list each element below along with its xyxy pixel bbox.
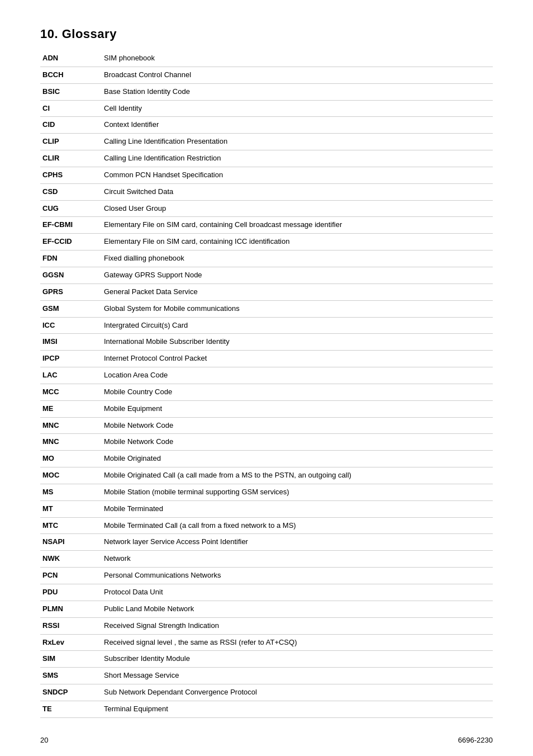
glossary-definition: International Mobile Subscriber Identity (102, 334, 493, 351)
table-row: BCCHBroadcast Control Channel (40, 67, 493, 83)
glossary-abbr: BCCH (40, 67, 102, 83)
glossary-abbr: CSD (40, 183, 102, 200)
table-row: NWKNetwork (40, 551, 493, 568)
glossary-definition: Intergrated Circuit(s) Card (102, 317, 493, 334)
table-row: PDUProtocol Data Unit (40, 584, 493, 601)
glossary-abbr: BSIC (40, 83, 102, 100)
glossary-abbr: MCC (40, 384, 102, 400)
glossary-definition: Cell Identity (102, 100, 493, 117)
glossary-definition: Mobile Terminated (102, 500, 493, 517)
glossary-definition: Elementary File on SIM card, containing … (102, 234, 493, 251)
table-row: IMSIInternational Mobile Subscriber Iden… (40, 334, 493, 351)
doc-id: 6696-2230 (458, 736, 493, 744)
glossary-abbr: EF-CCID (40, 234, 102, 251)
glossary-definition: Protocol Data Unit (102, 584, 493, 601)
glossary-abbr: MTC (40, 517, 102, 534)
glossary-definition: Mobile Country Code (102, 384, 493, 400)
table-row: SMSShort Message Service (40, 668, 493, 684)
page-number: 20 (40, 736, 48, 744)
table-row: MOMobile Originated (40, 451, 493, 467)
glossary-definition: Mobile Network Code (102, 434, 493, 451)
glossary-abbr: NSAPI (40, 534, 102, 551)
table-row: EF-CBMIElementary File on SIM card, cont… (40, 217, 493, 234)
glossary-abbr: MOC (40, 467, 102, 484)
glossary-abbr: CLIP (40, 134, 102, 150)
table-row: CSDCircuit Switched Data (40, 183, 493, 200)
glossary-abbr: MNC (40, 434, 102, 451)
glossary-abbr: RxLev (40, 634, 102, 651)
glossary-definition: Gateway GPRS Support Node (102, 267, 493, 284)
table-row: CUGClosed User Group (40, 200, 493, 217)
glossary-definition: Network (102, 551, 493, 568)
table-row: MTMobile Terminated (40, 500, 493, 517)
table-row: CLIPCalling Line Identification Presenta… (40, 134, 493, 150)
glossary-definition: Terminal Equipment (102, 701, 493, 717)
glossary-definition: Received signal level , the same as RSSI… (102, 634, 493, 651)
glossary-definition: Received Signal Strength Indication (102, 617, 493, 634)
glossary-table: ADNSIM phonebookBCCHBroadcast Control Ch… (40, 50, 493, 718)
table-row: RxLevReceived signal level , the same as… (40, 634, 493, 651)
glossary-abbr: PDU (40, 584, 102, 601)
glossary-abbr: LAC (40, 367, 102, 384)
glossary-abbr: GGSN (40, 267, 102, 284)
glossary-definition: Mobile Originated (102, 451, 493, 467)
table-row: MNCMobile Network Code (40, 417, 493, 434)
glossary-abbr: NWK (40, 551, 102, 568)
glossary-abbr: ADN (40, 50, 102, 67)
glossary-definition: Mobile Originated Call (a call made from… (102, 467, 493, 484)
glossary-definition: Common PCN Handset Specification (102, 167, 493, 183)
glossary-definition: Fixed dialling phonebook (102, 251, 493, 267)
table-row: BSICBase Station Identity Code (40, 83, 493, 100)
table-row: PLMNPublic Land Mobile Network (40, 601, 493, 617)
glossary-definition: Location Area Code (102, 367, 493, 384)
table-row: MNCMobile Network Code (40, 434, 493, 451)
glossary-definition: Mobile Network Code (102, 417, 493, 434)
glossary-definition: Subscriber Identity Module (102, 651, 493, 668)
glossary-definition: Internet Protocol Control Packet (102, 351, 493, 367)
table-row: LACLocation Area Code (40, 367, 493, 384)
glossary-definition: SIM phonebook (102, 50, 493, 67)
glossary-abbr: ICC (40, 317, 102, 334)
page-footer: 20 6696-2230 (40, 736, 493, 744)
table-row: NSAPINetwork layer Service Access Point … (40, 534, 493, 551)
glossary-definition: Mobile Station (mobile terminal supporti… (102, 484, 493, 500)
table-row: CPHSCommon PCN Handset Specification (40, 167, 493, 183)
glossary-abbr: MT (40, 500, 102, 517)
glossary-abbr: TE (40, 701, 102, 717)
glossary-abbr: MO (40, 451, 102, 467)
table-row: PCNPersonal Communications Networks (40, 568, 493, 584)
section-title: 10. Glossary (40, 27, 493, 41)
table-row: MSMobile Station (mobile terminal suppor… (40, 484, 493, 500)
glossary-abbr: ME (40, 400, 102, 417)
table-row: GPRSGeneral Packet Data Service (40, 284, 493, 300)
glossary-definition: Public Land Mobile Network (102, 601, 493, 617)
glossary-definition: Global System for Mobile communications (102, 300, 493, 317)
glossary-abbr: GSM (40, 300, 102, 317)
glossary-definition: Elementary File on SIM card, containing … (102, 217, 493, 234)
table-row: MOCMobile Originated Call (a call made f… (40, 467, 493, 484)
glossary-abbr: FDN (40, 251, 102, 267)
glossary-abbr: CID (40, 117, 102, 134)
glossary-definition: Personal Communications Networks (102, 568, 493, 584)
table-row: SNDCPSub Network Dependant Convergence P… (40, 684, 493, 701)
glossary-definition: Mobile Equipment (102, 400, 493, 417)
table-row: MCCMobile Country Code (40, 384, 493, 400)
table-row: GGSNGateway GPRS Support Node (40, 267, 493, 284)
glossary-abbr: SNDCP (40, 684, 102, 701)
table-row: ADNSIM phonebook (40, 50, 493, 67)
glossary-abbr: SMS (40, 668, 102, 684)
glossary-definition: Calling Line Identification Restriction (102, 150, 493, 167)
table-row: IPCPInternet Protocol Control Packet (40, 351, 493, 367)
table-row: RSSIReceived Signal Strength Indication (40, 617, 493, 634)
glossary-definition: Base Station Identity Code (102, 83, 493, 100)
glossary-definition: Sub Network Dependant Convergence Protoc… (102, 684, 493, 701)
glossary-definition: Calling Line Identification Presentation (102, 134, 493, 150)
table-row: GSMGlobal System for Mobile communicatio… (40, 300, 493, 317)
glossary-abbr: CI (40, 100, 102, 117)
glossary-definition: Mobile Terminated Call (a call from a fi… (102, 517, 493, 534)
glossary-definition: General Packet Data Service (102, 284, 493, 300)
glossary-abbr: IPCP (40, 351, 102, 367)
table-row: MEMobile Equipment (40, 400, 493, 417)
glossary-definition: Short Message Service (102, 668, 493, 684)
glossary-abbr: CPHS (40, 167, 102, 183)
